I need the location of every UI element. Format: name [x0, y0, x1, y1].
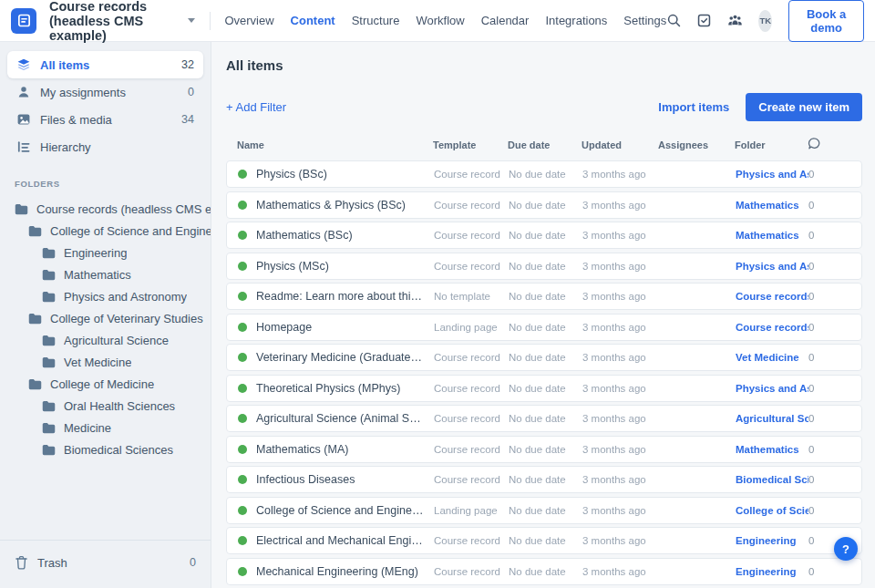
folder-tree-item[interactable]: Physics and Astronomy	[0, 285, 211, 307]
item-folder-link[interactable]: College of Science and Engineering	[736, 505, 808, 516]
folder-icon	[42, 444, 56, 456]
folder-tree-item[interactable]: College of Veterinary Studies	[0, 307, 211, 329]
sidebar-item-count: 34	[181, 113, 194, 126]
column-header-folder[interactable]: Folder	[735, 139, 808, 150]
status-dot-icon	[238, 231, 247, 240]
table-row[interactable]: College of Science and Engineering Landi…	[226, 497, 862, 524]
item-comment-count: 0	[808, 169, 861, 180]
import-items-button[interactable]: Import items	[658, 100, 729, 114]
item-folder-link[interactable]: Engineering	[736, 566, 808, 577]
book-a-demo-button[interactable]: Book a demo	[788, 0, 864, 42]
sidebar-item[interactable]: All items 32	[7, 51, 203, 78]
folder-tree-item[interactable]: Mathematics	[0, 263, 211, 285]
column-header-template[interactable]: Template	[433, 139, 508, 150]
item-name-cell: Electrical and Mechanical Engineering...	[238, 534, 434, 547]
tasks-clipboard-icon[interactable]	[696, 12, 712, 30]
item-folder-link[interactable]: Mathematics	[736, 444, 808, 455]
status-dot-icon	[238, 262, 247, 271]
item-folder-link[interactable]: Physics and Astronomy	[736, 261, 808, 272]
column-header-name[interactable]: Name	[237, 139, 433, 150]
item-folder-link[interactable]: Engineering	[736, 535, 808, 546]
folder-icon	[15, 203, 28, 215]
folder-tree-item[interactable]: Agricultural Science	[0, 329, 211, 351]
user-avatar[interactable]: TK	[758, 10, 772, 32]
nav-item[interactable]: Settings	[623, 14, 666, 27]
items-table: Physics (BSc) Course record No due date …	[226, 160, 862, 588]
sidebar-item[interactable]: Hierarchy	[7, 133, 203, 160]
table-row[interactable]: Mathematics & Physics (BSc) Course recor…	[226, 191, 862, 219]
nav-item[interactable]: Integrations	[545, 14, 607, 27]
item-comment-count: 0	[808, 322, 861, 333]
table-row[interactable]: Physics (BSc) Course record No due date …	[226, 160, 862, 188]
table-row[interactable]: Infectious Diseases Course record No due…	[226, 466, 862, 493]
item-name: Physics (BSc)	[256, 168, 327, 181]
item-folder-link[interactable]: Course records (headless CMS example)	[736, 291, 808, 302]
help-button[interactable]: ?	[834, 537, 858, 561]
folder-tree-item[interactable]: Biomedical Sciences	[0, 438, 211, 460]
item-name: Mathematics (MA)	[256, 443, 348, 456]
item-folder-link[interactable]: Biomedical Sciences	[736, 474, 808, 485]
item-template: Course record	[434, 200, 509, 211]
item-folder-link[interactable]: Agricultural Science	[736, 413, 808, 424]
table-row[interactable]: Physics (MSc) Course record No due date …	[226, 253, 862, 280]
table-row[interactable]: Homepage Landing page No due date 3 mont…	[226, 314, 862, 341]
project-title-dropdown[interactable]: Course records (headless CMS example)	[49, 0, 195, 43]
item-folder-link[interactable]: Physics and Astronomy	[736, 169, 808, 180]
app-logo-icon[interactable]	[11, 8, 36, 34]
item-folder-link[interactable]: Physics and Astronomy	[736, 383, 808, 394]
item-due-date: No due date	[509, 505, 582, 516]
status-dot-icon	[238, 475, 247, 484]
folder-name: College of Medicine	[50, 377, 154, 391]
item-folder-link[interactable]: Mathematics	[736, 200, 808, 211]
sidebar-item-trash[interactable]: Trash 0	[7, 548, 203, 577]
folder-tree: Course records (headless CMS example) Co…	[0, 198, 211, 460]
nav-item[interactable]: Content	[291, 14, 335, 27]
table-row[interactable]: Electrical and Mechanical Engineering...…	[226, 527, 862, 554]
nav-item[interactable]: Overview	[224, 14, 273, 27]
search-icon[interactable]	[666, 12, 682, 30]
toolbar-actions: Import items Create new item	[658, 93, 862, 121]
item-comment-count: 0	[808, 566, 861, 577]
table-row[interactable]: Agricultural Science (Animal Science...)…	[226, 405, 862, 432]
create-new-item-button[interactable]: Create new item	[746, 93, 862, 121]
folder-icon	[42, 422, 56, 434]
folder-tree-item[interactable]: Vet Medicine	[0, 351, 211, 373]
item-template: Landing page	[434, 322, 509, 333]
folder-tree-item[interactable]: Medicine	[0, 417, 211, 438]
sidebar-item[interactable]: My assignments 0	[7, 78, 203, 106]
trash-icon	[15, 555, 28, 570]
image-icon	[16, 112, 31, 127]
nav-item[interactable]: Structure	[352, 14, 400, 27]
team-people-icon[interactable]	[726, 12, 744, 30]
column-header-assignees[interactable]: Assignees	[658, 139, 735, 150]
table-row[interactable]: Theoretical Physics (MPhys) Course recor…	[226, 375, 862, 402]
item-updated: 3 months ago	[582, 505, 659, 516]
item-name: College of Science and Engineering	[256, 504, 425, 517]
folder-tree-item[interactable]: Engineering	[0, 242, 211, 263]
folder-tree-item[interactable]: Oral Health Sciences	[0, 395, 211, 417]
hierarchy-icon	[16, 139, 31, 154]
item-name: Mechanical Engineering (MEng)	[256, 565, 418, 578]
sidebar-item[interactable]: Files & media 34	[7, 106, 203, 133]
add-filter-button[interactable]: + Add Filter	[226, 100, 286, 114]
table-row[interactable]: Veterinary Medicine (Graduate Entry...) …	[226, 344, 862, 371]
item-folder-link[interactable]: Mathematics	[736, 230, 808, 241]
table-row[interactable]: Mathematics (BSc) Course record No due d…	[226, 222, 862, 249]
column-header-updated[interactable]: Updated	[582, 139, 658, 150]
item-comment-count: 0	[808, 474, 861, 485]
folder-icon	[28, 378, 42, 390]
folder-tree-item[interactable]: College of Medicine	[0, 373, 211, 395]
item-folder-link[interactable]: Course records (headless CMS example)	[736, 322, 808, 333]
main-nav: Overview Content Structure Workflow Cale…	[224, 14, 666, 27]
column-header-due-date[interactable]: Due date	[508, 139, 582, 150]
item-folder-link[interactable]: Vet Medicine	[736, 352, 808, 363]
nav-item[interactable]: Workflow	[416, 14, 464, 27]
table-row[interactable]: Mechanical Engineering (MEng) Course rec…	[226, 558, 862, 585]
sidebar-footer: Trash 0	[0, 540, 211, 588]
table-row[interactable]: Readme: Learn more about this example...…	[226, 283, 862, 310]
folder-tree-item[interactable]: College of Science and Engineering	[0, 220, 211, 242]
nav-item[interactable]: Calendar	[481, 14, 530, 27]
table-row[interactable]: Mathematics (MA) Course record No due da…	[226, 436, 862, 463]
person-icon	[16, 85, 31, 99]
folder-tree-item[interactable]: Course records (headless CMS example)	[0, 198, 211, 220]
